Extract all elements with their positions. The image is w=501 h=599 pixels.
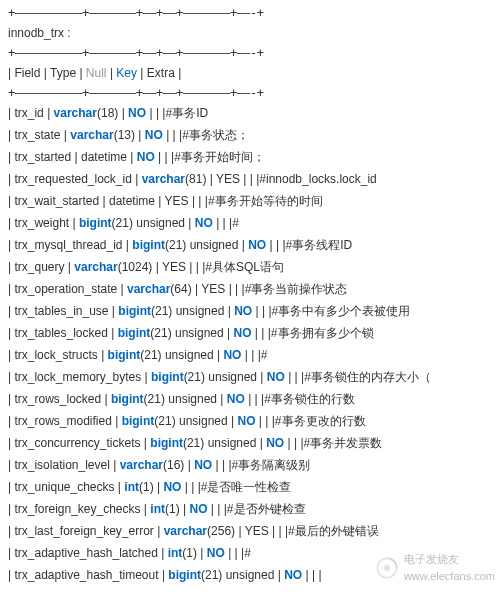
type-keyword: bigint [118, 304, 151, 318]
row-comment: #事务线程ID [286, 238, 353, 252]
table-row: | trx_weight | bigint(21) unsigned | NO … [8, 212, 493, 234]
table-row: | trx_lock_memory_bytes | bigint(21) uns… [8, 366, 493, 388]
null-value: NO [145, 128, 163, 142]
divider-after-header: +——————————+———————+——+—–+———————+——-+ [8, 84, 493, 102]
header-extra: Extra [147, 66, 175, 80]
type-keyword: bigint [111, 392, 144, 406]
row-comment: #事务开始时间； [174, 150, 265, 164]
sep: | | | [163, 128, 182, 142]
null-value: NO [237, 414, 255, 428]
field-name: trx_operation_state [14, 282, 117, 296]
sep: | | | [155, 150, 174, 164]
table-row: | trx_unique_checks | int(1) | NO | | |#… [8, 476, 493, 498]
sep: | [101, 392, 111, 406]
field-name: trx_started [14, 150, 71, 164]
field-name: trx_adaptive_hash_latched [14, 546, 157, 560]
field-name: trx_adaptive_hash_timeout [14, 568, 158, 582]
header-row: | Field | Type | Null | Key | Extra | [8, 62, 493, 84]
type-args: (16) [163, 458, 184, 472]
sep: | [127, 150, 137, 164]
type-keyword: varchar [164, 524, 207, 538]
field-name: trx_lock_structs [14, 348, 97, 362]
null-value: NO [137, 150, 155, 164]
sep: | [118, 106, 128, 120]
null-value: YES [245, 524, 269, 538]
sep: | [192, 282, 202, 296]
sep: | [117, 282, 127, 296]
sep: | [152, 260, 162, 274]
type-keyword: varchar [54, 106, 97, 120]
null-value: NO [195, 216, 213, 230]
type-args: (1024) [118, 260, 153, 274]
row-comment: # [232, 216, 239, 230]
sep: | [98, 348, 108, 362]
type-args: (1) [182, 546, 197, 560]
type-keyword: bigint [132, 238, 165, 252]
null-value: NO [194, 458, 212, 472]
table-row: | trx_adaptive_hash_latched | int(1) | N… [8, 542, 493, 564]
row-comment: #innodb_locks.lock_id [259, 172, 376, 186]
sep: | [108, 326, 118, 340]
table-row: | trx_id | varchar(18) | NO | | |#事务ID [8, 102, 493, 124]
type-keyword: int [124, 480, 139, 494]
divider-top: +——————————+———————+——+—–+———————+——-+ [8, 4, 493, 22]
sep: | | | [240, 172, 259, 186]
row-comment: #事务并发票数 [304, 436, 383, 450]
null-value: NO [163, 480, 181, 494]
sep: | [224, 326, 234, 340]
sep: | [141, 436, 151, 450]
row-comment: #事务更改的行数 [275, 414, 366, 428]
type-args: (21) unsigned [150, 326, 223, 340]
field-name: trx_weight [14, 216, 69, 230]
sep: | [178, 66, 181, 80]
sep: | [132, 172, 142, 186]
sep: | [274, 568, 284, 582]
field-name: trx_rows_locked [14, 392, 101, 406]
sep: | [197, 546, 207, 560]
null-value: NO [233, 326, 251, 340]
table-row: | trx_state | varchar(13) | NO | | |#事务状… [8, 124, 493, 146]
sep: | | | [255, 414, 274, 428]
type-args: (21) unsigned [183, 436, 256, 450]
header-key: Key [116, 66, 137, 80]
row-comment: # [261, 348, 268, 362]
sep: | [235, 524, 245, 538]
type-args: (1) [165, 502, 180, 516]
sep: | [71, 150, 81, 164]
table-row: | trx_foreign_key_checks | int(1) | NO |… [8, 498, 493, 520]
table-row: | trx_adaptive_hash_timeout | bigint(21)… [8, 564, 493, 586]
sep: | | | [186, 260, 205, 274]
sep: | [159, 568, 169, 582]
table-row: | trx_last_foreign_key_error | varchar(2… [8, 520, 493, 542]
sep: | | | [269, 524, 288, 538]
sep: | | | [285, 370, 304, 384]
type-args: (21) unsigned [154, 414, 227, 428]
null-value: YES [216, 172, 240, 186]
null-value: NO [234, 304, 252, 318]
sep: | [158, 546, 168, 560]
type-args: (13) [114, 128, 135, 142]
sep: | [217, 392, 227, 406]
type-args: (21) unsigned [144, 392, 217, 406]
type-keyword: varchar [120, 458, 163, 472]
field-name: trx_last_foreign_key_error [14, 524, 153, 538]
sep: | [224, 304, 234, 318]
field-name: trx_concurrency_tickets [14, 436, 140, 450]
divider-after-title: +——————————+———————+——+—–+———————+——-+ [8, 44, 493, 62]
sep: | | | [213, 216, 232, 230]
table-row: | trx_operation_state | varchar(64) | YE… [8, 278, 493, 300]
type-keyword: int [150, 502, 165, 516]
sep: | | | [241, 348, 260, 362]
sep: | [60, 128, 70, 142]
sep: | [109, 304, 119, 318]
field-name: trx_state [14, 128, 60, 142]
type-args: (256) [207, 524, 235, 538]
type-args: (1) [139, 480, 154, 494]
row-comment: # [244, 546, 251, 560]
sep: | [257, 370, 267, 384]
field-name: trx_query [14, 260, 64, 274]
null-value: NO [128, 106, 146, 120]
field-name: trx_isolation_level [14, 458, 109, 472]
sep: | | | [266, 238, 285, 252]
sep: | [99, 194, 109, 208]
